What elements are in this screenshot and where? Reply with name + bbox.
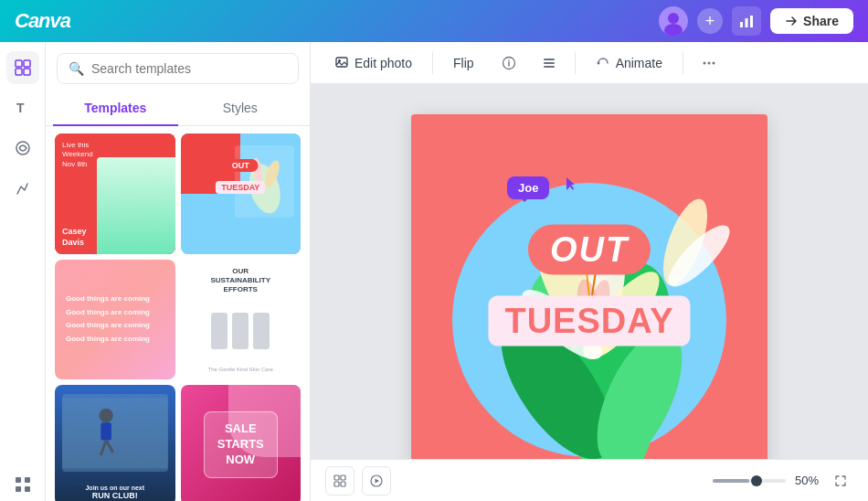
zoom-control: 50% bbox=[713, 468, 853, 494]
canvas-out-text: OUT bbox=[528, 225, 651, 275]
svg-rect-19 bbox=[62, 398, 168, 468]
search-icon: 🔍 bbox=[69, 61, 84, 76]
bottom-bar: 50% bbox=[311, 459, 868, 501]
tab-templates[interactable]: Templates bbox=[53, 91, 178, 126]
panels-icon bbox=[14, 59, 32, 77]
svg-point-34 bbox=[707, 61, 710, 64]
search-input[interactable] bbox=[91, 61, 287, 76]
toolbar-divider-2 bbox=[575, 52, 576, 74]
template-card-tuesday[interactable]: OUT TUESDAY bbox=[181, 133, 302, 254]
svg-rect-12 bbox=[16, 477, 21, 483]
svg-rect-52 bbox=[334, 475, 339, 480]
svg-rect-9 bbox=[24, 69, 30, 75]
draw-icon bbox=[14, 179, 32, 197]
svg-rect-54 bbox=[334, 482, 339, 486]
flower-container bbox=[411, 114, 767, 471]
zoom-percent: 50% bbox=[795, 474, 819, 487]
svg-rect-30 bbox=[544, 62, 555, 64]
card-sustainability-item-1 bbox=[211, 313, 228, 349]
flip-button[interactable]: Flip bbox=[444, 50, 483, 76]
zoom-thumb[interactable] bbox=[751, 475, 762, 486]
info-button[interactable] bbox=[494, 48, 524, 78]
template-card-sale[interactable]: SALESTARTSNOW bbox=[181, 385, 302, 501]
sidebar-item-text[interactable]: T bbox=[6, 91, 39, 124]
layout-icon bbox=[542, 56, 556, 70]
svg-rect-5 bbox=[750, 16, 753, 27]
text-icon: T bbox=[14, 99, 32, 117]
svg-point-32 bbox=[597, 61, 599, 64]
design-canvas[interactable]: OUT TUESDAY Joe bbox=[411, 114, 767, 471]
sidebar-item-apps[interactable] bbox=[6, 468, 39, 501]
svg-point-35 bbox=[712, 61, 715, 64]
animate-icon bbox=[596, 56, 610, 70]
animate-button[interactable]: Animate bbox=[587, 50, 672, 76]
template-card-casey[interactable]: Live thisWeekendNov 8th CaseyDavis bbox=[55, 133, 175, 254]
toolbar-divider-1 bbox=[432, 52, 433, 74]
svg-rect-21 bbox=[101, 422, 111, 440]
card-tuesday-out: OUT bbox=[223, 159, 259, 172]
sidebar-item-elements[interactable] bbox=[6, 132, 39, 165]
tab-styles[interactable]: Styles bbox=[178, 91, 303, 126]
svg-rect-53 bbox=[341, 475, 345, 480]
joe-bubble: Joe bbox=[507, 176, 549, 199]
play-icon bbox=[370, 474, 383, 487]
card-good-things-text: Good things are comingGood things are co… bbox=[66, 293, 150, 346]
canvas-area: OUT TUESDAY Joe bbox=[311, 84, 868, 501]
play-button[interactable] bbox=[362, 466, 391, 496]
zoom-slider[interactable] bbox=[713, 479, 786, 483]
template-card-sustainability[interactable]: OURSUSTAINABILITYEFFORTS The Gentle Kind… bbox=[181, 260, 302, 380]
svg-rect-7 bbox=[24, 60, 30, 67]
svg-rect-14 bbox=[16, 486, 21, 492]
tab-row: Templates Styles bbox=[46, 91, 310, 126]
elements-icon bbox=[14, 139, 32, 157]
sidebar-item-panels[interactable] bbox=[6, 51, 39, 84]
add-collaborator-button[interactable]: + bbox=[697, 8, 723, 34]
svg-text:T: T bbox=[16, 101, 25, 115]
svg-rect-55 bbox=[341, 482, 345, 486]
templates-panel: 🔍 Templates Styles Live thisWeekendNov 8… bbox=[46, 42, 311, 501]
svg-point-1 bbox=[668, 13, 679, 24]
card-sustainability-item-3 bbox=[253, 313, 270, 349]
svg-point-25 bbox=[338, 59, 341, 62]
card-run-club-text: Join us on our nextRUN CLUB! bbox=[55, 485, 175, 500]
svg-rect-3 bbox=[740, 22, 743, 27]
search-input-wrapper[interactable]: 🔍 bbox=[57, 53, 299, 84]
more-options-icon bbox=[702, 56, 716, 70]
info-icon bbox=[502, 56, 516, 70]
toolbar-divider-3 bbox=[683, 52, 683, 74]
svg-rect-8 bbox=[16, 69, 22, 75]
card-sustainability-brand: The Gentle Kind Skin Care bbox=[188, 367, 294, 372]
left-sidebar: T bbox=[0, 42, 46, 501]
app-header: Canva + Share bbox=[0, 0, 868, 42]
card-sustainability-title: OURSUSTAINABILITYEFFORTS bbox=[188, 267, 294, 295]
svg-rect-6 bbox=[16, 60, 22, 67]
cursor-arrow-icon bbox=[565, 176, 576, 192]
fullscreen-button[interactable] bbox=[828, 468, 853, 494]
bottom-left-tools bbox=[325, 466, 391, 496]
search-bar-container: 🔍 bbox=[46, 42, 310, 91]
svg-rect-4 bbox=[746, 18, 748, 27]
template-card-good-things[interactable]: Good things are comingGood things are co… bbox=[55, 260, 175, 380]
toolbar: Edit photo Flip Animate bbox=[311, 42, 868, 84]
share-icon bbox=[785, 15, 798, 27]
analytics-button[interactable] bbox=[732, 6, 761, 36]
more-options-button[interactable] bbox=[694, 48, 724, 78]
apps-icon bbox=[14, 475, 32, 494]
card-tuesday-day: TUESDAY bbox=[216, 181, 265, 194]
grid-button[interactable] bbox=[325, 466, 355, 496]
template-grid: Live thisWeekendNov 8th CaseyDavis OUT T… bbox=[46, 126, 310, 501]
svg-rect-31 bbox=[544, 66, 555, 68]
svg-point-28 bbox=[508, 59, 510, 61]
card-sustainability-item-2 bbox=[232, 313, 249, 349]
svg-point-33 bbox=[703, 61, 705, 64]
share-button[interactable]: Share bbox=[770, 8, 853, 34]
grid-icon bbox=[333, 474, 346, 487]
edit-photo-button[interactable]: Edit photo bbox=[325, 50, 421, 76]
user-avatar[interactable] bbox=[659, 6, 688, 36]
zoom-track bbox=[713, 479, 749, 483]
sidebar-item-draw[interactable] bbox=[6, 172, 39, 205]
layout-button[interactable] bbox=[535, 48, 564, 78]
chart-icon bbox=[738, 13, 755, 29]
template-card-run-club[interactable]: Join us on our nextRUN CLUB! bbox=[55, 385, 175, 501]
svg-rect-15 bbox=[25, 486, 30, 492]
